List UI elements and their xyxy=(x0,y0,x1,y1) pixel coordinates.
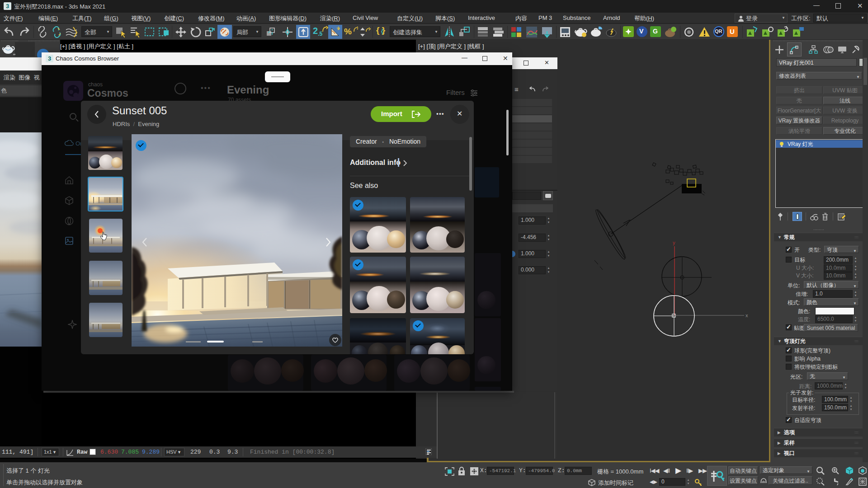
svg-text:x: x xyxy=(745,313,748,318)
svg-text:y: y xyxy=(673,240,675,245)
